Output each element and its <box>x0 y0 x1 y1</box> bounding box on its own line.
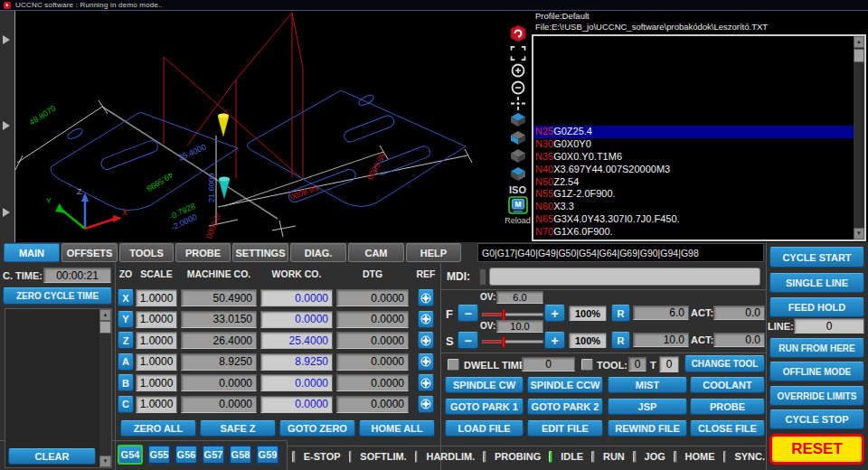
tab-cam[interactable]: CAM <box>348 243 404 262</box>
machine-co-field[interactable]: 0.0000 <box>181 396 257 413</box>
feed-minus-button[interactable]: − <box>458 305 478 322</box>
spindle-ccw-button[interactable]: SPINDLE CCW <box>527 377 603 393</box>
scroll-down-icon[interactable]: ▼ <box>99 456 111 467</box>
spindle-cw-button[interactable]: SPINDLE CW <box>445 377 524 393</box>
gcode-line[interactable]: N50Z2.54 <box>533 176 855 189</box>
scale-field[interactable]: 1.0000 <box>136 374 177 391</box>
cycle-stop-button[interactable]: CYCLE STOP <box>769 409 864 429</box>
scrollbar-thumb[interactable] <box>99 321 111 334</box>
machine-co-field[interactable]: 8.9250 <box>181 353 257 371</box>
goto-park2-button[interactable]: GOTO PARK 2 <box>527 399 603 415</box>
g54-button[interactable]: G54 <box>118 445 143 465</box>
rewind-file-button[interactable]: REWIND FILE <box>608 420 687 437</box>
gcode-line[interactable]: N55G1Z-2.0F900. <box>533 188 855 201</box>
center-view-icon[interactable] <box>508 96 528 111</box>
message-list[interactable]: ▲ ▼ <box>5 308 112 468</box>
scroll-up-icon[interactable]: ▲ <box>99 309 111 321</box>
cycle-start-button[interactable]: CYCLE START <box>769 247 864 268</box>
spindle-minus-button[interactable]: − <box>458 332 478 349</box>
work-co-field[interactable]: 0.0000 <box>260 374 333 391</box>
clear-button[interactable]: CLEAR <box>8 448 96 465</box>
spindle-reset-button[interactable]: R <box>611 332 630 349</box>
gcode-line[interactable]: N40X3.697Y44.007S20000M3 <box>533 164 855 176</box>
goto-park1-button[interactable]: GOTO PARK 1 <box>445 399 524 415</box>
g59-button[interactable]: G59 <box>256 445 279 465</box>
g57-button[interactable]: G57 <box>202 445 225 465</box>
tab-diag[interactable]: DIAG. <box>290 243 346 262</box>
dwell-value-field[interactable]: 0 <box>522 357 575 371</box>
zero-cycle-time-button[interactable]: ZERO CYCLE TIME <box>3 287 112 305</box>
g56-button[interactable]: G56 <box>175 445 198 465</box>
machine-co-field[interactable]: 0.0000 <box>181 374 257 391</box>
tool-checkbox[interactable] <box>581 359 593 371</box>
zoom-fit-icon[interactable] <box>508 46 528 61</box>
slider-thumb[interactable] <box>502 336 505 348</box>
coolant-button[interactable]: COOLANT <box>690 377 765 393</box>
dwell-checkbox[interactable] <box>448 359 459 371</box>
axis-button[interactable]: Y <box>118 311 134 328</box>
change-tool-button[interactable]: CHANGE TOOL <box>684 355 765 372</box>
scale-field[interactable]: 1.0000 <box>136 311 177 328</box>
gcode-line[interactable]: N65G3X4.0Y43.307I0.7J0.F450. <box>533 213 855 226</box>
gcode-scrollbar[interactable]: ▲ ▼ <box>854 36 864 240</box>
scrollbar-thumb[interactable] <box>854 49 864 62</box>
expander-arrow-icon[interactable] <box>3 121 10 130</box>
scale-field[interactable]: 1.0000 <box>136 332 177 349</box>
gcode-line[interactable]: N35G0X0.Y0.T1M6 <box>533 151 855 164</box>
axis-button[interactable]: C <box>118 396 134 413</box>
scale-field[interactable]: 1.0000 <box>136 289 177 306</box>
offline-mode-button[interactable]: OFFLINE MODE <box>769 362 864 381</box>
feed-value-field[interactable]: 6.0 <box>633 306 689 320</box>
home-all-button[interactable]: HOME ALL <box>359 420 435 437</box>
edit-file-button[interactable]: EDIT FILE <box>527 420 603 437</box>
single-line-button[interactable]: SINGLE LINE <box>769 273 864 293</box>
tab-tools[interactable]: TOOLS <box>119 243 174 262</box>
ref-button[interactable] <box>418 374 434 391</box>
feed-override-slider[interactable] <box>482 313 543 316</box>
work-co-field[interactable]: 8.9250 <box>260 353 333 371</box>
ref-button[interactable] <box>418 396 434 413</box>
work-co-field[interactable]: 25.4000 <box>260 332 333 349</box>
override-limits-button[interactable]: OVERRIDE LIMITS <box>769 386 864 406</box>
tool-value-field[interactable]: 0 <box>628 357 646 371</box>
feed-hold-button[interactable]: FEED HOLD <box>769 297 864 317</box>
gcode-line[interactable]: N25G0Z25.4 <box>533 126 855 138</box>
machine-co-field[interactable]: 26.4000 <box>181 332 257 349</box>
run-from-here-button[interactable]: RUN FROM HERE <box>769 338 864 358</box>
close-file-button[interactable]: CLOSE FILE <box>690 420 765 437</box>
view-left-icon[interactable] <box>508 130 528 146</box>
mdi-mini-button[interactable] <box>479 268 486 286</box>
expander-arrow-icon[interactable] <box>3 35 10 44</box>
feed-reset-button[interactable]: R <box>611 305 630 322</box>
ref-button[interactable] <box>418 289 434 306</box>
gcode-line[interactable]: N30G0X0Y0 <box>533 138 855 151</box>
reset-button[interactable]: RESET <box>769 434 864 465</box>
work-co-field[interactable]: 0.0000 <box>260 289 333 306</box>
spindle-value-field[interactable]: 10.0 <box>633 333 689 347</box>
reload-file-button[interactable]: M <box>508 196 528 214</box>
work-co-field[interactable]: 0.0000 <box>260 396 333 413</box>
machine-co-field[interactable]: 33.0150 <box>181 311 257 328</box>
axis-button[interactable]: A <box>118 353 134 371</box>
g55-button[interactable]: G55 <box>147 445 171 465</box>
view-iso-icon[interactable] <box>508 166 528 182</box>
toolpath-viewport[interactable]: 48.8070 49.5998 25.4000 21.6000 -0.7928 … <box>14 11 504 242</box>
t-value-field[interactable]: 0 <box>659 356 679 372</box>
feed-100-button[interactable]: 100% <box>569 306 607 321</box>
scale-field[interactable]: 1.0000 <box>136 353 177 371</box>
mdi-input[interactable] <box>489 268 760 286</box>
safe-z-button[interactable]: SAFE Z <box>200 420 276 437</box>
line-value-field[interactable]: 0 <box>794 318 864 334</box>
scroll-up-icon[interactable]: ▲ <box>854 36 864 48</box>
load-file-button[interactable]: LOAD FILE <box>445 420 524 437</box>
feed-plus-button[interactable]: + <box>544 305 565 322</box>
jsp-button[interactable]: JSP <box>608 399 687 415</box>
tab-offsets[interactable]: OFFSETS <box>61 243 118 262</box>
view-front-icon[interactable] <box>508 148 528 164</box>
work-co-field[interactable]: 0.0000 <box>260 311 333 328</box>
axis-button[interactable]: Z <box>118 332 134 349</box>
axis-button[interactable]: B <box>118 374 134 391</box>
expander-arrow-icon[interactable] <box>3 208 10 217</box>
spindle-override-slider[interactable] <box>482 340 543 343</box>
axis-button[interactable]: X <box>118 289 134 306</box>
